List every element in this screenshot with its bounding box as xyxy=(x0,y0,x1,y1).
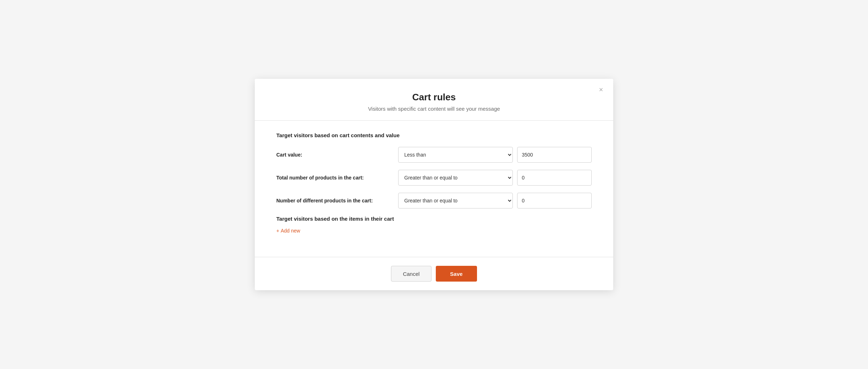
section2-title: Target visitors based on the items in th… xyxy=(276,216,592,222)
modal-body: Target visitors based on cart contents a… xyxy=(255,121,613,245)
different-products-row: Number of different products in the cart… xyxy=(276,193,592,209)
section1-title: Target visitors based on cart contents a… xyxy=(276,132,592,138)
total-products-row: Total number of products in the cart: Le… xyxy=(276,170,592,186)
cancel-button[interactable]: Cancel xyxy=(391,266,431,282)
total-products-input[interactable] xyxy=(517,170,592,186)
different-products-controls: Less than Less than or equal to Greater … xyxy=(398,193,592,209)
different-products-label: Number of different products in the cart… xyxy=(276,198,398,203)
total-products-controls: Less than Less than or equal to Greater … xyxy=(398,170,592,186)
cart-value-row: Cart value: Less than Less than or equal… xyxy=(276,147,592,163)
total-products-label: Total number of products in the cart: xyxy=(276,175,398,181)
save-button[interactable]: Save xyxy=(436,266,477,282)
cart-value-select[interactable]: Less than Less than or equal to Greater … xyxy=(398,147,513,163)
plus-icon: + xyxy=(276,228,279,234)
different-products-input[interactable] xyxy=(517,193,592,209)
close-button[interactable]: × xyxy=(596,85,606,95)
cart-value-input[interactable] xyxy=(517,147,592,163)
cart-value-label: Cart value: xyxy=(276,152,398,158)
different-products-select[interactable]: Less than Less than or equal to Greater … xyxy=(398,193,513,209)
modal-header: Cart rules Visitors with specific cart c… xyxy=(255,79,613,120)
add-new-button[interactable]: + Add new xyxy=(276,228,300,234)
total-products-select[interactable]: Less than Less than or equal to Greater … xyxy=(398,170,513,186)
cart-rules-modal: × Cart rules Visitors with specific cart… xyxy=(255,79,613,290)
add-new-label: Add new xyxy=(281,228,300,234)
modal-title: Cart rules xyxy=(269,92,599,103)
cart-value-controls: Less than Less than or equal to Greater … xyxy=(398,147,592,163)
modal-subtitle: Visitors with specific cart content will… xyxy=(269,106,599,112)
modal-footer: Cancel Save xyxy=(255,257,613,290)
